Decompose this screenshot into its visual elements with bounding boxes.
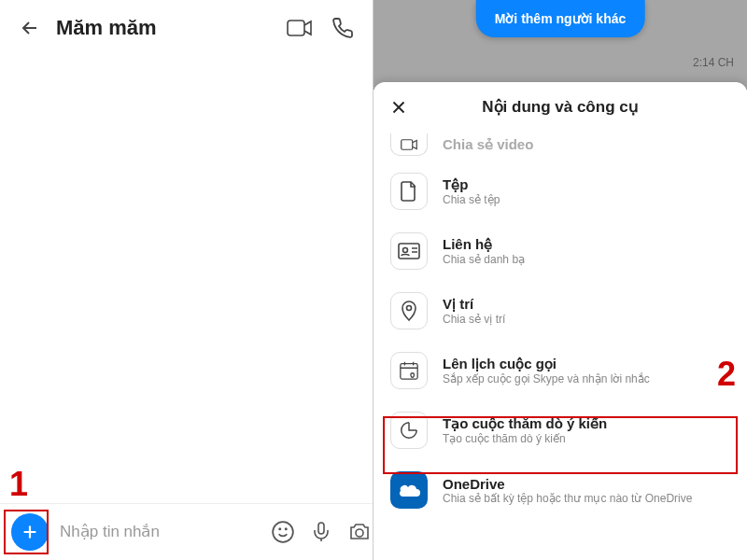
message-input[interactable]: [60, 523, 258, 541]
row-title: OneDrive: [443, 476, 730, 492]
svg-point-2: [279, 528, 280, 529]
share-file-row[interactable]: Tệp Chia sẻ tệp: [374, 161, 747, 221]
svg-rect-6: [402, 139, 413, 149]
share-contact-row[interactable]: Liên hệ Chia sẻ danh bạ: [374, 221, 747, 281]
content-tools-screen: Mời thêm người khác 2:14 CH Nội dung và …: [374, 0, 747, 560]
row-subtitle: Chia sẻ danh bạ: [443, 253, 730, 266]
chat-message-area: [0, 56, 373, 503]
svg-rect-0: [288, 21, 304, 35]
row-subtitle: Chia sẻ tệp: [443, 193, 730, 206]
row-text: OneDrive Chia sẻ bất kỳ tệp hoặc thư mục…: [443, 476, 730, 505]
dimmed-chat-background: Mời thêm người khác 2:14 CH: [374, 0, 747, 90]
row-text: Tệp Chia sẻ tệp: [443, 176, 730, 206]
video-call-icon[interactable]: [283, 14, 317, 42]
bottom-sheet: Nội dung và công cụ Chia sẻ video Tệp Ch…: [374, 82, 747, 560]
share-location-row[interactable]: Vị trí Chia sẻ vị trí: [374, 281, 747, 341]
chat-input-bar: [0, 503, 373, 560]
emoji-icon[interactable]: [269, 518, 297, 546]
chat-screen: Măm măm 1: [0, 0, 374, 560]
row-text: Chia sẻ video: [443, 136, 730, 153]
row-subtitle: Tạo cuộc thăm dò ý kiến: [443, 432, 730, 445]
add-content-button[interactable]: [11, 513, 49, 551]
file-icon: [390, 173, 428, 210]
message-timestamp: 2:14 CH: [693, 56, 734, 69]
row-subtitle: Sắp xếp cuộc gọi Skype và nhận lời nhắc: [443, 372, 730, 385]
row-text: Vị trí Chia sẻ vị trí: [443, 296, 730, 326]
location-pin-icon: [390, 292, 428, 329]
row-title: Chia sẻ video: [443, 136, 730, 153]
row-title: Liên hệ: [443, 236, 730, 253]
svg-rect-10: [401, 364, 417, 380]
svg-point-9: [407, 306, 412, 311]
close-icon[interactable]: [388, 97, 409, 118]
sheet-list[interactable]: Chia sẻ video Tệp Chia sẻ tệp Liên hệ: [374, 132, 747, 560]
onedrive-row[interactable]: OneDrive Chia sẻ bất kỳ tệp hoặc thư mục…: [374, 460, 747, 520]
svg-rect-4: [318, 523, 324, 534]
row-title: Tệp: [443, 176, 730, 193]
svg-point-5: [356, 529, 363, 537]
svg-point-3: [286, 528, 287, 529]
row-text: Tạo cuộc thăm dò ý kiến Tạo cuộc thăm dò…: [443, 415, 730, 445]
row-title: Tạo cuộc thăm dò ý kiến: [443, 415, 730, 432]
onedrive-icon: [390, 471, 428, 509]
sheet-title: Nội dung và công cụ: [482, 97, 638, 117]
row-text: Lên lịch cuộc gọi Sắp xếp cuộc gọi Skype…: [443, 356, 730, 385]
sheet-header: Nội dung và công cụ: [374, 82, 747, 132]
video-share-icon: [390, 133, 428, 156]
svg-rect-7: [399, 244, 419, 259]
back-icon[interactable]: [15, 13, 45, 43]
row-subtitle: Chia sẻ vị trí: [443, 313, 730, 326]
row-title: Vị trí: [443, 296, 730, 313]
svg-point-1: [273, 522, 293, 542]
invite-others-button[interactable]: Mời thêm người khác: [476, 0, 645, 37]
svg-point-8: [403, 248, 408, 253]
share-video-row[interactable]: Chia sẻ video: [374, 132, 747, 161]
audio-call-icon[interactable]: [328, 13, 358, 43]
row-subtitle: Chia sẻ bất kỳ tệp hoặc thư mục nào từ O…: [443, 492, 730, 505]
contact-icon: [390, 232, 428, 270]
chat-title: Măm măm: [56, 16, 272, 40]
row-text: Liên hệ Chia sẻ danh bạ: [443, 236, 730, 266]
calendar-call-icon: [390, 352, 428, 389]
schedule-call-row[interactable]: Lên lịch cuộc gọi Sắp xếp cuộc gọi Skype…: [374, 341, 747, 400]
microphone-icon[interactable]: [308, 519, 334, 545]
row-title: Lên lịch cuộc gọi: [443, 356, 730, 372]
camera-icon[interactable]: [345, 519, 374, 545]
chat-header: Măm măm: [0, 0, 373, 56]
poll-pie-icon: [390, 412, 428, 449]
create-poll-row[interactable]: Tạo cuộc thăm dò ý kiến Tạo cuộc thăm dò…: [374, 400, 747, 460]
